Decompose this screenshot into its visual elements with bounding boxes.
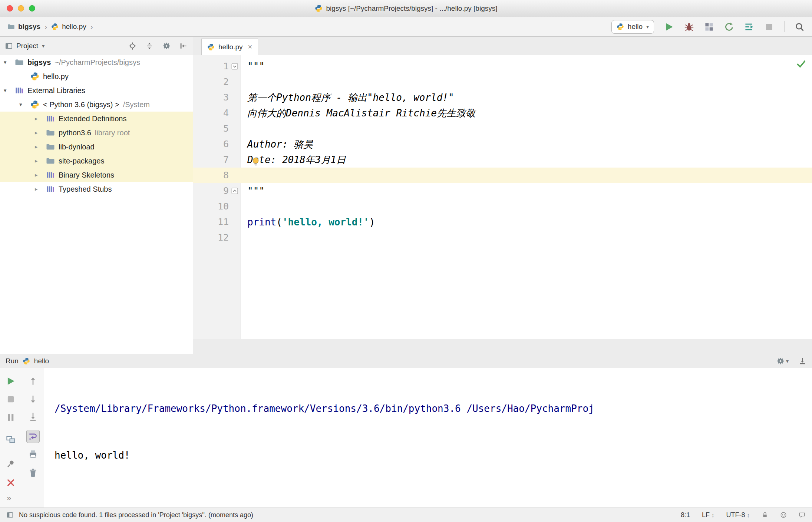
code-line[interactable]: 5 xyxy=(193,121,812,136)
code-line[interactable]: 4 向伟大的Dennis MacAlistair Ritchie先生致敬 xyxy=(193,105,812,121)
editor-area: hello.py × 1 """ 2 3 xyxy=(193,37,812,354)
tree-item-python3-6-library-root[interactable]: ▸ python3.6 library root xyxy=(0,126,193,140)
stop-button[interactable] xyxy=(764,22,774,32)
tree-item-site-packages[interactable]: ▸ site-packages xyxy=(0,154,193,168)
project-view-selector[interactable]: Project xyxy=(16,42,38,50)
chevron-down-icon: ▾ xyxy=(786,358,789,364)
close-console-button[interactable] xyxy=(6,478,16,488)
statusbar: No suspicious code found. 1 files proces… xyxy=(0,508,812,522)
chevron-expanded-icon[interactable]: ▾ xyxy=(4,87,15,94)
more-options-button[interactable]: » xyxy=(7,493,11,503)
code-line[interactable]: 12 xyxy=(193,230,812,245)
titlebar: bigsys [~/PycharmProjects/bigsys] - .../… xyxy=(0,0,812,17)
tree-item-extended-definitions[interactable]: ▸ Extended Definitions xyxy=(0,112,193,126)
code-line-current[interactable]: 8 xyxy=(193,168,812,183)
dump-threads-button[interactable] xyxy=(744,22,754,32)
folder-icon xyxy=(46,142,55,151)
rerun-button[interactable] xyxy=(6,376,16,386)
line-separator-selector[interactable]: LF ↕ xyxy=(702,511,714,519)
project-settings-button[interactable] xyxy=(162,42,171,50)
breadcrumb-file[interactable]: hello.py xyxy=(62,23,86,31)
tree-item-lib-dynload[interactable]: ▸ lib-dynload xyxy=(0,140,193,154)
chevron-down-icon: ▾ xyxy=(42,43,44,49)
intention-bulb-icon[interactable] xyxy=(251,156,261,166)
code-line[interactable]: 9 """ xyxy=(193,183,812,199)
chevron-collapsed-icon[interactable]: ▸ xyxy=(35,158,46,164)
hector-inspector-icon[interactable] xyxy=(780,512,787,518)
toolwindow-switcher-icon[interactable] xyxy=(7,512,13,518)
project-tree: ▾ bigsys ~/PycharmProjects/bigsys hello.… xyxy=(0,55,193,354)
tool-window-icon xyxy=(5,42,13,50)
run-config-selector[interactable]: hello ▾ xyxy=(611,20,654,34)
soft-wrap-button[interactable] xyxy=(26,430,40,443)
locate-file-button[interactable] xyxy=(128,42,136,50)
inspections-ok-icon[interactable] xyxy=(796,59,806,69)
down-stack-trace-button[interactable] xyxy=(28,394,38,404)
zoom-window-button[interactable] xyxy=(29,5,35,11)
clear-console-button[interactable] xyxy=(28,468,38,478)
chevron-down-icon: ▾ xyxy=(646,24,649,30)
tab-hello-py[interactable]: hello.py × xyxy=(201,39,258,55)
pause-output-button[interactable] xyxy=(6,413,16,422)
chevron-right-icon: › xyxy=(90,22,94,31)
restore-layout-button[interactable] xyxy=(6,435,16,445)
cursor-position[interactable]: 8:1 xyxy=(681,511,690,519)
python-file-icon xyxy=(207,43,215,51)
console-output[interactable]: /System/Library/Frameworks/Python.framew… xyxy=(44,368,812,508)
run-button[interactable] xyxy=(664,22,674,32)
folder-icon xyxy=(15,58,24,67)
tab-label: hello.py xyxy=(218,43,243,51)
minimize-window-button[interactable] xyxy=(18,5,24,11)
code-line[interactable]: 1 """ xyxy=(193,59,812,74)
fold-region-end-icon[interactable] xyxy=(231,188,238,194)
run-console: » /System/Library/Frameworks/Python.fram… xyxy=(0,368,812,508)
file-encoding-selector[interactable]: UTF-8 ↕ xyxy=(726,511,750,519)
event-log-icon[interactable] xyxy=(799,512,805,518)
chevron-expanded-icon[interactable]: ▾ xyxy=(4,59,15,66)
tree-item-hello-py[interactable]: hello.py xyxy=(0,69,193,83)
code-line[interactable]: 3 第一个Python程序 - 输出"hello, world!" xyxy=(193,90,812,105)
editor-scrollbar-area[interactable] xyxy=(193,339,812,354)
chevron-collapsed-icon[interactable]: ▸ xyxy=(35,115,46,122)
fold-region-start-icon[interactable] xyxy=(231,63,238,70)
close-tab-icon[interactable]: × xyxy=(248,43,252,51)
close-window-button[interactable] xyxy=(7,5,13,11)
readonly-lock-icon[interactable] xyxy=(762,512,768,518)
console-line: /System/Library/Frameworks/Python.framew… xyxy=(55,401,812,416)
code-line[interactable]: 10 xyxy=(193,199,812,214)
hide-project-panel-button[interactable] xyxy=(179,42,188,50)
hide-run-panel-button[interactable] xyxy=(798,357,806,365)
profiler-button[interactable] xyxy=(724,22,734,32)
chevron-collapsed-icon[interactable]: ▸ xyxy=(35,143,46,150)
tree-item-binary-skeletons[interactable]: ▸ Binary Skeletons xyxy=(0,168,193,182)
chevron-collapsed-icon[interactable]: ▸ xyxy=(35,186,46,192)
collapse-all-button[interactable] xyxy=(145,42,154,50)
pin-tab-button[interactable] xyxy=(6,459,16,469)
print-console-button[interactable] xyxy=(28,449,38,459)
debug-button[interactable] xyxy=(684,22,694,32)
tree-item-bigsys[interactable]: ▾ bigsys ~/PycharmProjects/bigsys xyxy=(0,55,193,69)
run-panel-config[interactable]: hello xyxy=(34,357,49,365)
tree-item-typeshed-stubs[interactable]: ▸ Typeshed Stubs xyxy=(0,182,193,196)
scroll-to-end-button[interactable] xyxy=(28,412,38,422)
code-line[interactable]: 11 print('hello, world!') xyxy=(193,214,812,230)
stop-process-button[interactable] xyxy=(6,394,16,404)
code-line[interactable]: 7 Date: 2018年3月1日 xyxy=(193,152,812,168)
tree-item-python-3-6[interactable]: ▾ < Python 3.6 (bigsys) > /System xyxy=(0,98,193,112)
pycharm-window: bigsys [~/PycharmProjects/bigsys] - .../… xyxy=(0,0,812,522)
coverage-button[interactable] xyxy=(704,22,714,32)
traffic-lights xyxy=(7,0,35,17)
breadcrumb-project[interactable]: bigsys xyxy=(18,23,40,31)
search-everywhere-button[interactable] xyxy=(795,22,805,32)
chevron-expanded-icon[interactable]: ▾ xyxy=(19,101,30,108)
up-stack-trace-button[interactable] xyxy=(28,376,38,386)
python-file-icon xyxy=(51,23,59,30)
code-line[interactable]: 2 xyxy=(193,74,812,90)
gear-icon xyxy=(776,357,785,365)
code-editor[interactable]: 1 """ 2 3 第一个Python程序 - 输出"hello, world!… xyxy=(193,55,812,339)
code-line[interactable]: 6 Author: 骆昊 xyxy=(193,136,812,152)
console-settings-button[interactable]: ▾ xyxy=(776,357,789,365)
chevron-collapsed-icon[interactable]: ▸ xyxy=(35,129,46,136)
chevron-collapsed-icon[interactable]: ▸ xyxy=(35,172,46,178)
tree-item-external-libraries[interactable]: ▾ External Libraries xyxy=(0,83,193,98)
